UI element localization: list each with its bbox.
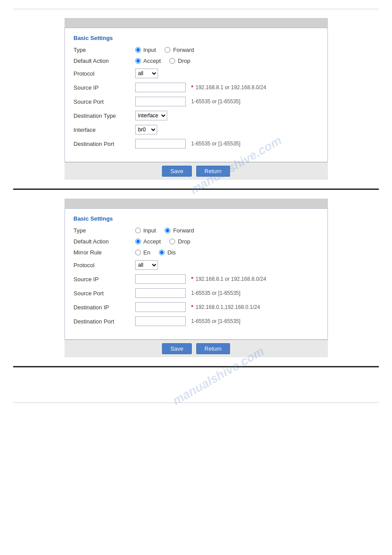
section2-source-port-label: Source Port bbox=[74, 290, 135, 297]
section1-type-controls: Input Forward bbox=[135, 47, 319, 53]
section1-source-ip-hint: * 192.168.8.1 or 192.168.8.0/24 bbox=[191, 84, 266, 91]
section2-protocol-label: Protocol bbox=[74, 262, 135, 268]
top-divider bbox=[13, 9, 379, 9]
section1-source-port-label: Source Port bbox=[74, 98, 135, 105]
section1-accept-radio[interactable] bbox=[135, 58, 141, 64]
section2-type-controls: Input Forward bbox=[135, 227, 319, 234]
section1-dest-type-controls: interface ip bbox=[135, 111, 319, 120]
section1-dest-type-select[interactable]: interface ip bbox=[135, 111, 167, 120]
section1-default-action-label: Default Action bbox=[74, 58, 135, 64]
section1-type-forward-radio[interactable] bbox=[165, 47, 170, 53]
section2-source-port-hint: 1-65535 or [1-65535] bbox=[191, 290, 241, 296]
thick-divider bbox=[13, 189, 379, 190]
section2-dest-ip-hint: * 192.168.0.1,192.168.0.1/24 bbox=[191, 304, 260, 310]
section1-interface-select[interactable]: br0 eth0 eth1 bbox=[135, 125, 157, 134]
section2-type-input-radio[interactable] bbox=[135, 228, 141, 233]
section2-type-forward-label[interactable]: Forward bbox=[165, 227, 194, 234]
section2-dest-port-label: Destination Port bbox=[74, 318, 135, 325]
section1-interface-label: Interface bbox=[74, 127, 135, 133]
section1-dest-port-input[interactable] bbox=[135, 139, 186, 149]
section1-accept-label[interactable]: Accept bbox=[135, 58, 161, 64]
section2-default-action-label: Default Action bbox=[74, 238, 135, 245]
section1-source-ip-row: Source IP * 192.168.8.1 or 192.168.8.0/2… bbox=[74, 83, 319, 92]
section1-source-port-input[interactable] bbox=[135, 97, 186, 106]
section2-protocol-select[interactable]: all tcp udp icmp bbox=[135, 260, 158, 270]
section1-type-forward-label[interactable]: Forward bbox=[165, 47, 194, 53]
section2-mirror-en-radio[interactable] bbox=[135, 250, 141, 255]
section2-mirror-rule-row: Mirror Rule En Dis bbox=[74, 249, 319, 256]
section2-dest-ip-row: Destination IP * 192.168.0.1,192.168.0.1… bbox=[74, 302, 319, 312]
section1-dest-type-label: Destination Type bbox=[74, 112, 135, 119]
section1-drop-label[interactable]: Drop bbox=[169, 58, 190, 64]
section2-accept-radio[interactable] bbox=[135, 239, 141, 244]
section1-source-port-controls: 1-65535 or [1-65535] bbox=[135, 97, 319, 106]
section2-type-input-label[interactable]: Input bbox=[135, 227, 156, 234]
section2-type-row: Type Input Forward bbox=[74, 227, 319, 234]
section1-source-port-hint: 1-65535 or [1-65535] bbox=[191, 98, 241, 105]
section2-type-label: Type bbox=[74, 227, 135, 234]
section2-return-button[interactable]: Return bbox=[196, 343, 230, 354]
section2-dest-port-row: Destination Port 1-65535 or [1-65535] bbox=[74, 316, 319, 326]
section1-dest-port-row: Destination Port 1-65535 or [1-65535] bbox=[74, 139, 319, 149]
section2-header-bar bbox=[65, 199, 328, 208]
section2-mirror-dis-radio[interactable] bbox=[159, 250, 165, 255]
section1-dest-port-label: Destination Port bbox=[74, 141, 135, 147]
section2-accept-label[interactable]: Accept bbox=[135, 238, 161, 245]
section1-default-action-row: Default Action Accept Drop bbox=[74, 58, 319, 64]
section1-source-ip-label: Source IP bbox=[74, 84, 135, 91]
section1-type-input-radio[interactable] bbox=[135, 47, 141, 53]
section1-source-port-row: Source Port 1-65535 or [1-65535] bbox=[74, 97, 319, 106]
section1-protocol-select[interactable]: all tcp udp icmp bbox=[135, 69, 158, 78]
section2-source-ip-hint: * 192.168.8.1 or 192.168.8.0/24 bbox=[191, 276, 266, 282]
section2-drop-label[interactable]: Drop bbox=[169, 238, 190, 245]
section2-mirror-rule-label: Mirror Rule bbox=[74, 249, 135, 256]
section1-protocol-row: Protocol all tcp udp icmp bbox=[74, 69, 319, 78]
section2-source-port-row: Source Port 1-65535 or [1-65535] bbox=[74, 288, 319, 298]
section2-save-button[interactable]: Save bbox=[162, 343, 192, 354]
section1-protocol-label: Protocol bbox=[74, 70, 135, 77]
section1-return-button[interactable]: Return bbox=[196, 166, 230, 177]
section2-dest-ip-input[interactable] bbox=[135, 302, 186, 312]
section2-protocol-controls: all tcp udp icmp bbox=[135, 260, 319, 270]
section1-dest-port-controls: 1-65535 or [1-65535] bbox=[135, 139, 319, 149]
section1-drop-radio[interactable] bbox=[169, 58, 175, 64]
section1-footer-bar: Save Return bbox=[65, 162, 328, 180]
section2-dest-port-input[interactable] bbox=[135, 316, 186, 326]
section1-interface-controls: br0 eth0 eth1 bbox=[135, 125, 319, 134]
section2-mirror-en-label[interactable]: En bbox=[135, 249, 151, 256]
section2-source-ip-row: Source IP * 192.168.8.1 or 192.168.8.0/2… bbox=[74, 274, 319, 284]
section2-dest-ip-controls: * 192.168.0.1,192.168.0.1/24 bbox=[135, 302, 319, 312]
section2-mirror-rule-controls: En Dis bbox=[135, 249, 319, 256]
bottom-thick-divider bbox=[13, 366, 379, 367]
section1-source-ip-controls: * 192.168.8.1 or 192.168.8.0/24 bbox=[135, 83, 319, 92]
section2-source-ip-controls: * 192.168.8.1 or 192.168.8.0/24 bbox=[135, 274, 319, 284]
section1-wrapper: Basic Settings Type Input Forward D bbox=[65, 18, 328, 180]
section1-dest-type-row: Destination Type interface ip bbox=[74, 111, 319, 120]
section2-drop-radio[interactable] bbox=[169, 239, 175, 244]
section1-header-bar bbox=[65, 18, 328, 28]
section2-mirror-dis-label[interactable]: Dis bbox=[159, 249, 176, 256]
section2-source-ip-input[interactable] bbox=[135, 274, 186, 284]
section1-source-ip-input[interactable] bbox=[135, 83, 186, 92]
section2-protocol-row: Protocol all tcp udp icmp bbox=[74, 260, 319, 270]
section2-source-port-input[interactable] bbox=[135, 288, 186, 298]
section1-protocol-controls: all tcp udp icmp bbox=[135, 69, 319, 78]
section2-footer-bar: Save Return bbox=[65, 340, 328, 357]
section2-dest-port-controls: 1-65535 or [1-65535] bbox=[135, 316, 319, 326]
section1-type-input-label[interactable]: Input bbox=[135, 47, 156, 53]
section2-dest-port-hint: 1-65535 or [1-65535] bbox=[191, 318, 241, 324]
section1-title: Basic Settings bbox=[74, 35, 319, 41]
section2-type-forward-radio[interactable] bbox=[165, 228, 170, 233]
section2-form-box: Basic Settings Type Input Forward D bbox=[65, 208, 328, 340]
section1-type-row: Type Input Forward bbox=[74, 47, 319, 53]
section2-default-action-row: Default Action Accept Drop bbox=[74, 238, 319, 245]
section2-source-port-controls: 1-65535 or [1-65535] bbox=[135, 288, 319, 298]
section2-source-ip-label: Source IP bbox=[74, 276, 135, 283]
section1-default-action-controls: Accept Drop bbox=[135, 58, 319, 64]
section1-save-button[interactable]: Save bbox=[162, 166, 192, 177]
section2-default-action-controls: Accept Drop bbox=[135, 238, 319, 245]
section1-type-label: Type bbox=[74, 47, 135, 53]
section1-interface-row: Interface br0 eth0 eth1 bbox=[74, 125, 319, 134]
section2-title: Basic Settings bbox=[74, 215, 319, 222]
section2-wrapper: Basic Settings Type Input Forward D bbox=[65, 199, 328, 357]
